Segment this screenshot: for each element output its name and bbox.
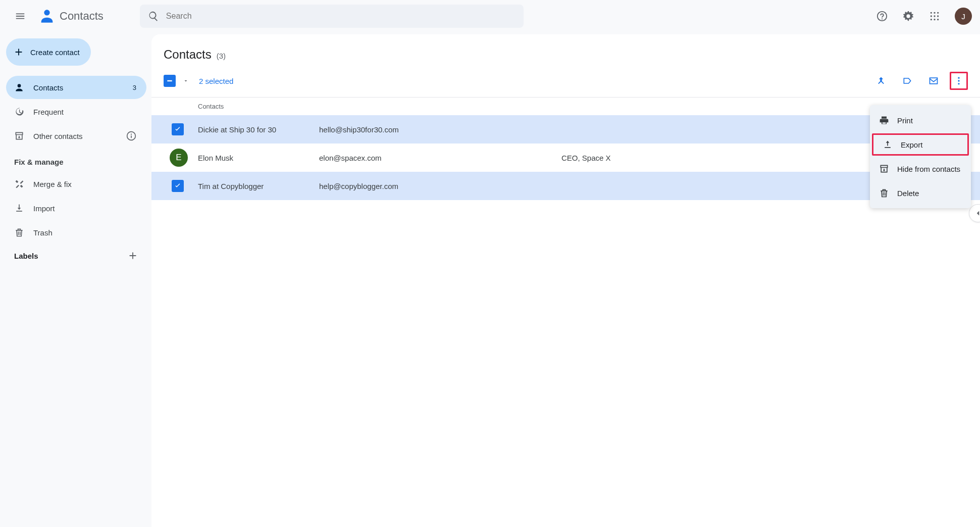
svg-rect-16	[930, 78, 938, 84]
contact-row[interactable]: Dickie at Ship 30 for 30 hello@ship30for…	[151, 115, 980, 143]
menu-item-hide[interactable]: Hide from contacts	[870, 157, 971, 181]
row-checkbox[interactable]	[172, 123, 184, 135]
menu-item-label: Print	[897, 116, 913, 125]
select-all-checkbox[interactable]	[164, 75, 176, 87]
search-input[interactable]	[166, 12, 515, 21]
main-menu-button[interactable]	[8, 4, 32, 28]
svg-point-6	[934, 15, 935, 17]
svg-point-11	[18, 84, 21, 87]
labels-title: Labels	[14, 252, 38, 260]
sidebar-item-label: Merge & fix	[33, 180, 72, 188]
download-icon	[14, 203, 24, 213]
contact-email: elon@spacex.com	[319, 154, 561, 162]
contact-avatar[interactable]: E	[170, 149, 188, 167]
trash-icon	[14, 227, 24, 237]
indeterminate-icon	[166, 77, 173, 84]
svg-point-18	[958, 80, 959, 81]
svg-point-2	[931, 12, 932, 14]
svg-point-13	[131, 134, 132, 135]
menu-item-print[interactable]: Print	[870, 108, 971, 132]
sidebar-item-label: Trash	[33, 228, 53, 237]
tools-icon	[14, 179, 24, 189]
svg-point-10	[937, 19, 939, 20]
sidebar-item-contacts[interactable]: Contacts 3	[6, 76, 146, 99]
more-vertical-icon	[954, 76, 964, 86]
contact-row[interactable]: Tim at Copyblogger help@copyblogger.com	[151, 172, 980, 200]
svg-point-0	[44, 10, 49, 15]
app-title: Contacts	[60, 10, 104, 23]
contacts-count: (3)	[217, 52, 226, 60]
main-panel: Contacts (3) 2 selected	[151, 32, 980, 527]
sidebar-item-count: 3	[133, 84, 136, 91]
svg-point-19	[958, 83, 959, 84]
contact-row[interactable]: E Elon Musk elon@spacex.com CEO, Space X	[151, 143, 980, 172]
column-header-name: Contacts	[151, 98, 980, 115]
contact-name: Elon Musk	[198, 154, 319, 162]
contact-email: hello@ship30for30.com	[319, 125, 561, 134]
create-contact-label: Create contact	[30, 48, 80, 57]
sidebar-item-label: Import	[33, 204, 55, 213]
svg-point-8	[931, 19, 932, 20]
page-title: Contacts	[164, 47, 212, 62]
fix-manage-title: Fix & manage	[6, 149, 146, 171]
add-label-button[interactable]	[127, 250, 138, 261]
selection-dropdown[interactable]	[182, 78, 190, 84]
mail-icon	[929, 76, 939, 86]
search-box[interactable]	[140, 5, 524, 28]
archive-icon	[14, 131, 24, 141]
menu-item-label: Hide from contacts	[897, 165, 960, 173]
email-button[interactable]	[923, 71, 944, 91]
archive-icon	[879, 164, 889, 174]
menu-icon	[15, 11, 26, 22]
contact-name: Tim at Copyblogger	[198, 182, 319, 190]
history-icon	[14, 107, 24, 117]
apps-button[interactable]	[924, 6, 945, 26]
menu-item-delete[interactable]: Delete	[870, 181, 971, 205]
svg-point-7	[937, 15, 939, 17]
sidebar: Create contact Contacts 3 Frequent Other…	[0, 32, 151, 527]
settings-button[interactable]	[898, 6, 918, 26]
merge-button[interactable]	[871, 71, 891, 91]
merge-icon	[876, 76, 886, 86]
info-icon[interactable]	[126, 131, 136, 141]
person-icon	[14, 82, 24, 92]
sidebar-item-label: Contacts	[33, 83, 63, 92]
more-actions-button[interactable]	[950, 72, 968, 90]
create-contact-button[interactable]: Create contact	[6, 38, 91, 66]
chevron-down-icon	[183, 78, 189, 84]
selected-count-text: 2 selected	[199, 77, 233, 85]
sidebar-item-label: Frequent	[33, 108, 64, 116]
svg-point-9	[934, 19, 935, 20]
export-icon	[883, 139, 893, 150]
contact-name: Dickie at Ship 30 for 30	[198, 125, 319, 134]
svg-point-17	[958, 77, 959, 79]
logo[interactable]: Contacts	[38, 8, 104, 25]
row-checkbox[interactable]	[172, 180, 184, 192]
label-icon	[902, 76, 912, 86]
svg-rect-14	[131, 135, 132, 138]
sidebar-item-frequent[interactable]: Frequent	[6, 100, 146, 123]
svg-point-3	[934, 12, 935, 14]
apps-icon	[930, 11, 940, 21]
sidebar-item-trash[interactable]: Trash	[6, 221, 146, 244]
help-icon	[876, 11, 888, 22]
account-avatar[interactable]: J	[955, 8, 972, 25]
sidebar-item-merge-fix[interactable]: Merge & fix	[6, 172, 146, 196]
menu-item-label: Export	[901, 140, 922, 149]
sidebar-item-label: Other contacts	[33, 132, 83, 140]
sidebar-item-other-contacts[interactable]: Other contacts	[6, 124, 146, 148]
sidebar-item-import[interactable]: Import	[6, 197, 146, 220]
svg-rect-15	[167, 80, 172, 81]
menu-item-export[interactable]: Export	[872, 133, 969, 156]
gear-icon	[903, 11, 914, 22]
contact-email: help@copyblogger.com	[319, 182, 561, 190]
help-button[interactable]	[872, 6, 892, 26]
check-icon	[174, 182, 182, 190]
plus-icon	[13, 46, 24, 58]
chevron-left-icon	[973, 209, 980, 218]
check-icon	[174, 125, 182, 133]
svg-point-5	[931, 15, 932, 17]
selection-toolbar: 2 selected	[151, 68, 980, 98]
overflow-menu: Print Export Hide from contacts Delete	[870, 105, 971, 208]
label-button[interactable]	[897, 71, 917, 91]
